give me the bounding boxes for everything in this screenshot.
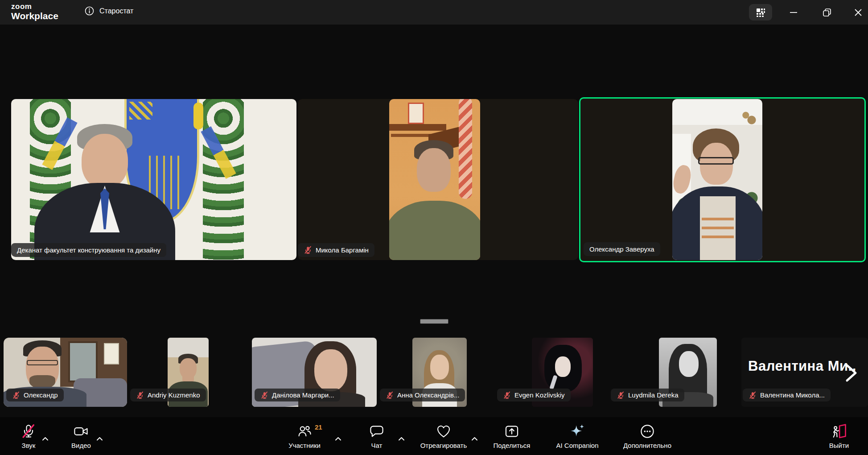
ai-companion-button[interactable]: AI Companion [542, 422, 613, 449]
participant-name: Данілова Маргари... [272, 391, 334, 399]
participant-name-label: Evgen Kozlivskiy [497, 389, 571, 401]
participant-name-label: Микола Баргамін [298, 243, 374, 257]
share-label: Поделиться [494, 442, 531, 449]
minimize-icon [789, 8, 798, 17]
participant-name-label: Данілова Маргари... [255, 389, 340, 401]
zaverukha-video-feed [672, 99, 762, 260]
participant-name: Валентина Микола... [760, 391, 825, 399]
participant-name-label: Олександр Заверуха [584, 242, 660, 256]
meeting-toolbar: Звук Видео [0, 417, 868, 455]
heart-icon [436, 422, 451, 440]
participant-name: Evgen Kozlivskiy [514, 391, 565, 399]
exit-door-icon [831, 422, 847, 440]
muted-mic-icon [12, 391, 20, 399]
more-label: Дополнительно [623, 442, 671, 449]
participant-name-label: Luydmila Dereka [611, 389, 684, 401]
participant-name: Andriy Kuzmenko [148, 391, 200, 399]
zoom-meeting-window: zoom Workplace Старостат [0, 0, 868, 455]
zaverukha-video [672, 99, 762, 260]
participant-name: Luydmila Dereka [628, 391, 679, 399]
valentyna-display-name: Валентина Ми.. [748, 358, 856, 374]
muted-mic-icon [617, 391, 625, 399]
muted-mic-icon [749, 391, 757, 399]
participants-label: Участники [288, 442, 321, 449]
view-layout-button[interactable] [749, 4, 772, 21]
audio-label: Звук [22, 442, 36, 449]
chat-button[interactable]: Чат [341, 422, 412, 449]
participant-name-label: Анна Олександрів... [380, 389, 465, 401]
grid-view-icon [756, 8, 765, 17]
video-stage: Деканат факультет конструювання та дизай… [0, 25, 868, 417]
react-button[interactable]: Отреагировать [408, 422, 479, 449]
muted-mic-icon [386, 391, 394, 399]
participant-name: Олександр [24, 391, 58, 399]
participant-name-label: Andriy Kuzmenko [130, 389, 206, 401]
mykola-video [389, 99, 480, 260]
video-tile-zaverukha-active[interactable]: Олександр Заверуха [579, 97, 866, 262]
participants-icon: 21 [297, 422, 312, 440]
participant-name: Микола Баргамін [316, 246, 369, 254]
more-button[interactable]: Дополнительно [612, 422, 683, 449]
participant-name: Анна Олександрів... [397, 391, 459, 399]
participants-count-badge: 21 [315, 423, 322, 431]
chat-options-caret[interactable] [396, 435, 406, 442]
share-up-arrow-icon [504, 422, 519, 440]
mykola-video-feed [389, 99, 480, 260]
dekanat-video-feed [11, 99, 296, 260]
participants-button[interactable]: 21 Участники [269, 422, 340, 449]
meeting-info[interactable]: Старостат [85, 6, 133, 16]
camera-icon [73, 422, 89, 440]
video-options-caret[interactable] [95, 435, 104, 442]
logo-workplace-text: Workplace [11, 11, 58, 21]
video-button[interactable]: Видео [45, 422, 117, 449]
muted-mic-icon [260, 391, 268, 399]
share-button[interactable]: Поделиться [476, 422, 547, 449]
minimize-button[interactable] [780, 0, 807, 25]
muted-mic-icon [304, 246, 312, 254]
video-tile-dekanat[interactable] [11, 99, 296, 260]
logo-zoom-text: zoom [11, 3, 58, 10]
participant-name: Олександр Заверуха [589, 245, 654, 253]
restore-icon [822, 8, 832, 17]
participant-name-label: Валентина Микола... [743, 389, 831, 401]
zoom-workplace-logo: zoom Workplace [11, 3, 58, 21]
ai-sparkle-icon [569, 422, 585, 440]
leave-button[interactable]: Выйти [803, 422, 868, 449]
participant-name-label: Деканат факультет конструювання та дизай… [11, 243, 166, 257]
participant-name: Деканат факультет конструювання та дизай… [17, 246, 160, 254]
chevron-right-icon [844, 364, 858, 382]
muted-mic-icon [136, 391, 144, 399]
close-button[interactable] [845, 0, 868, 25]
info-icon [85, 6, 94, 16]
leave-label: Выйти [829, 442, 849, 449]
microphone-muted-icon [21, 422, 36, 440]
video-label: Видео [71, 442, 91, 449]
video-tile-mykola[interactable] [298, 99, 578, 260]
participant-name-label: Олександр [6, 389, 64, 401]
ellipsis-circle-icon [640, 422, 655, 440]
close-icon [853, 8, 863, 17]
meeting-title: Старостат [99, 7, 133, 15]
titlebar: zoom Workplace Старостат [0, 0, 868, 25]
next-participants-page-button[interactable] [841, 361, 861, 385]
react-label: Отреагировать [420, 442, 467, 449]
muted-mic-icon [503, 391, 511, 399]
restore-button[interactable] [814, 0, 840, 25]
strip-resize-handle[interactable] [420, 319, 448, 324]
chat-bubble-icon [369, 422, 384, 440]
ai-companion-label: AI Companion [556, 442, 598, 449]
chat-label: Чат [371, 442, 383, 449]
